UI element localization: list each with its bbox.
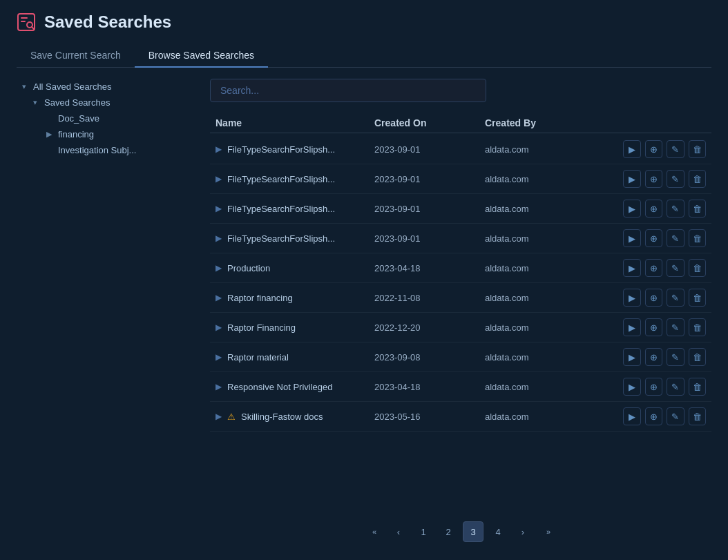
sidebar-item-saved-searches[interactable]: ▾ Saved Searches [17,95,199,110]
edit-button[interactable]: ✎ [667,259,684,277]
table-row[interactable]: ▶ FileTypeSearchForSlipsh... 2023-09-01 … [210,194,711,224]
zoom-button[interactable]: ⊕ [645,229,663,247]
page-4-button[interactable]: 4 [488,521,508,542]
delete-button[interactable]: 🗑 [689,378,707,396]
table-row[interactable]: ▶ FileTypeSearchForSlipsh... 2023-09-01 … [210,135,711,164]
row-name: ▶ FileTypeSearchForSlipsh... [215,204,374,214]
table-row[interactable]: ▶ FileTypeSearchForSlipsh... 2023-09-01 … [210,164,711,194]
row-name: ▶ Production [215,263,374,273]
table-row[interactable]: ▶ ⚠ Skilling-Fastow docs 2023-05-16 alda… [210,402,711,432]
edit-button[interactable]: ✎ [667,170,684,188]
sidebar-item-label: All Saved Searches [33,81,111,92]
row-expand-chevron: ▶ [215,382,222,392]
run-button[interactable]: ▶ [623,407,641,425]
row-actions: ▶ ⊕ ✎ 🗑 [623,200,706,218]
row-date: 2022-12-20 [374,322,485,333]
run-button[interactable]: ▶ [623,200,641,218]
chevron-right-icon: ▶ [44,130,54,139]
tab-save-current-search[interactable]: Save Current Search [17,44,135,68]
chevron-icon: ▾ [30,98,40,107]
edit-button[interactable]: ✎ [667,318,684,336]
page-1-button[interactable]: 1 [413,521,434,542]
sidebar-item-label: Doc_Save [58,113,99,124]
row-actions: ▶ ⊕ ✎ 🗑 [623,407,706,425]
table-row[interactable]: ▶ Production 2023-04-18 aldata.com ▶ ⊕ ✎… [210,253,711,283]
page-title: Saved Searches [44,12,171,32]
edit-button[interactable]: ✎ [667,407,684,425]
chevron-icon: ▾ [19,82,29,91]
delete-button[interactable]: 🗑 [689,200,707,218]
row-name: ▶ FileTypeSearchForSlipsh... [215,174,374,184]
edit-button[interactable]: ✎ [667,348,684,366]
saved-searches-icon [17,12,36,32]
row-name-text: FileTypeSearchForSlipsh... [227,174,335,184]
table-body: ▶ FileTypeSearchForSlipsh... 2023-09-01 … [210,135,711,432]
row-name: ▶ FileTypeSearchForSlipsh... [215,144,374,155]
delete-button[interactable]: 🗑 [689,318,707,336]
zoom-button[interactable]: ⊕ [645,289,663,307]
svg-rect-1 [21,17,28,19]
run-button[interactable]: ▶ [623,318,641,336]
run-button[interactable]: ▶ [623,140,641,158]
edit-button[interactable]: ✎ [667,378,684,396]
table-row[interactable]: ▶ Raptor Financing 2022-12-20 aldata.com… [210,313,711,342]
run-button[interactable]: ▶ [623,259,641,277]
delete-button[interactable]: 🗑 [689,229,707,247]
sidebar-item-label: financing [58,129,94,139]
tab-browse-saved-searches[interactable]: Browse Saved Searches [135,44,268,68]
first-page-button[interactable]: « [363,521,384,542]
row-date: 2023-09-01 [374,174,485,184]
row-name: ▶ ⚠ Skilling-Fastow docs [215,412,374,422]
delete-button[interactable]: 🗑 [689,259,707,277]
zoom-button[interactable]: ⊕ [645,200,663,218]
delete-button[interactable]: 🗑 [689,348,707,366]
page-2-button[interactable]: 2 [438,521,459,542]
zoom-button[interactable]: ⊕ [645,318,663,336]
search-input[interactable] [210,79,486,102]
zoom-button[interactable]: ⊕ [645,259,663,277]
sidebar-item-all-saved-searches[interactable]: ▾ All Saved Searches [17,79,199,95]
zoom-button[interactable]: ⊕ [645,407,663,425]
edit-button[interactable]: ✎ [667,200,684,218]
sidebar-item-doc-save[interactable]: Doc_Save [17,110,199,126]
row-date: 2023-09-01 [374,204,485,214]
run-button[interactable]: ▶ [623,378,641,396]
zoom-button[interactable]: ⊕ [645,170,663,188]
delete-button[interactable]: 🗑 [689,140,707,158]
edit-button[interactable]: ✎ [667,229,684,247]
tabs: Save Current Search Browse Saved Searche… [17,44,711,68]
table-row[interactable]: ▶ FileTypeSearchForSlipsh... 2023-09-01 … [210,224,711,253]
last-page-button[interactable]: » [537,521,558,542]
sidebar-item-financing[interactable]: ▶ financing [17,126,199,142]
zoom-button[interactable]: ⊕ [645,348,663,366]
prev-page-button[interactable]: ‹ [388,521,409,542]
content-area: ▾ All Saved Searches ▾ Saved Searches Do… [17,79,711,548]
next-page-button[interactable]: › [513,521,533,542]
row-date: 2023-09-01 [374,233,485,244]
sidebar-item-investigation-subj[interactable]: Investigation Subj... [17,142,199,158]
zoom-button[interactable]: ⊕ [645,140,663,158]
table-row[interactable]: ▶ Raptor financing 2022-11-08 aldata.com… [210,283,711,313]
zoom-button[interactable]: ⊕ [645,378,663,396]
row-name: ▶ Raptor financing [215,293,374,303]
page-3-button[interactable]: 3 [463,521,483,542]
main-panel: Name Created On Created By ▶ FileTypeSea… [210,79,711,548]
row-date: 2023-05-16 [374,412,485,422]
run-button[interactable]: ▶ [623,289,641,307]
table-row[interactable]: ▶ Responsive Not Privileged 2023-04-18 a… [210,372,711,402]
delete-button[interactable]: 🗑 [689,170,707,188]
row-date: 2022-11-08 [374,293,485,303]
col-created-by: Created By [485,117,623,128]
run-button[interactable]: ▶ [623,348,641,366]
pagination: « ‹ 1 2 3 4 › » [210,509,711,548]
edit-button[interactable]: ✎ [667,140,684,158]
row-creator: aldata.com [485,412,623,422]
edit-button[interactable]: ✎ [667,289,684,307]
table-row[interactable]: ▶ Raptor material 2023-09-08 aldata.com … [210,342,711,372]
run-button[interactable]: ▶ [623,170,641,188]
delete-button[interactable]: 🗑 [689,289,707,307]
row-creator: aldata.com [485,233,623,244]
delete-button[interactable]: 🗑 [689,407,707,425]
row-expand-chevron: ▶ [215,144,222,154]
run-button[interactable]: ▶ [623,229,641,247]
